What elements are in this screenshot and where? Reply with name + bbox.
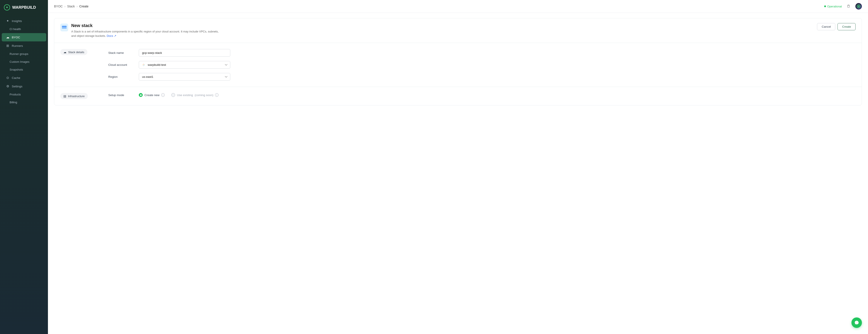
use-existing-info-icon[interactable]: i (215, 93, 219, 97)
section-label: Stack details (68, 51, 84, 54)
radio-btn-use-existing[interactable] (171, 93, 175, 97)
stack-name-label: Stack name (108, 51, 134, 55)
new-stack-card: New stack A Stack is a set of infrastruc… (54, 18, 862, 105)
infrastructure-section: ▤ Infrastructure Setup mode Create new i (54, 87, 862, 105)
card-title-content: New stack A Stack is a set of infrastruc… (71, 23, 224, 38)
avatar[interactable] (855, 3, 862, 9)
svg-rect-6 (62, 27, 66, 29)
breadcrumb-root[interactable]: BYOC (54, 5, 63, 8)
breadcrumb-current: Create (79, 5, 89, 8)
cloud-account-label: Cloud account (108, 63, 134, 66)
sidebar-item-label: Settings (12, 85, 23, 88)
radio-label-create-new: Create new (145, 93, 159, 97)
infra-label: Infrastructure (68, 95, 85, 98)
card-title-icon (60, 24, 68, 31)
region-select[interactable]: us-east1 us-west1 europe-west1 (139, 73, 230, 81)
stack-name-input[interactable] (139, 49, 230, 57)
docs-link[interactable]: Docs ↗ (107, 34, 116, 37)
infra-label-pill: ▤ Infrastructure (60, 93, 88, 99)
sidebar-item-label: Billing (9, 101, 17, 104)
setup-mode-label: Setup mode (108, 93, 134, 97)
sidebar-item-label: Runners (12, 44, 23, 48)
sidebar-item-label: Products (9, 93, 21, 96)
settings-icon: ⚙ (6, 84, 9, 88)
topbar: BYOC › Stack › Create Operational 🗒 (48, 0, 868, 13)
cloud-account-row: Cloud account warpbuild-test (108, 61, 856, 69)
document-icon[interactable]: 🗒 (845, 3, 852, 9)
status-badge: Operational (824, 5, 842, 8)
radio-btn-create-new[interactable] (139, 93, 143, 97)
region-row: Region us-east1 us-west1 europe-west1 (108, 73, 856, 81)
sidebar-item-products[interactable]: Products (2, 91, 46, 98)
sidebar-item-ci-health[interactable]: CI health (2, 25, 46, 33)
cancel-button[interactable]: Cancel (817, 23, 835, 30)
sidebar: ✦ WARPBUILD ✦ Insights CI health ☁ BYOC … (0, 0, 48, 334)
radio-label-use-existing: Use existing (177, 93, 193, 97)
create-button[interactable]: Create (837, 23, 856, 30)
cache-icon: ⊙ (6, 76, 9, 80)
radio-option-create-new[interactable]: Create new i (139, 93, 165, 97)
stack-name-row: Stack name (108, 49, 856, 57)
region-label: Region (108, 75, 134, 79)
sidebar-item-label: Insights (12, 20, 22, 23)
byoc-icon: ☁ (6, 35, 9, 39)
logo-text: WARPBUILD (12, 5, 36, 10)
breadcrumb-mid[interactable]: Stack (67, 5, 75, 8)
infra-label-col: ▤ Infrastructure (60, 93, 99, 99)
sidebar-item-label: Custom Images (9, 60, 29, 63)
main-content: BYOC › Stack › Create Operational 🗒 (48, 0, 868, 334)
page-title: New stack (71, 23, 224, 28)
stack-details-section: ☁ Stack details Stack name Cloud account (54, 43, 862, 87)
create-new-info-icon[interactable]: i (161, 93, 165, 97)
infra-icon: ▤ (63, 94, 66, 98)
sidebar-item-label: Snapshots (9, 68, 23, 71)
infra-form: Setup mode Create new i Use ex (108, 93, 856, 99)
status-dot (824, 5, 826, 7)
sidebar-item-insights[interactable]: ✦ Insights (2, 17, 46, 25)
sidebar-item-settings[interactable]: ⚙ Settings (2, 82, 46, 90)
logo[interactable]: ✦ WARPBUILD (0, 0, 48, 15)
page-description: A Stack is a set of infrastructure compo… (71, 29, 224, 38)
cloud-account-select[interactable]: warpbuild-test (139, 61, 230, 69)
cloud-icon: ☁ (63, 50, 66, 54)
page-content: New stack A Stack is a set of infrastruc… (48, 13, 868, 334)
runners-icon: ⊞ (6, 44, 9, 48)
sidebar-nav: ✦ Insights CI health ☁ BYOC ⊞ Runners Ru… (0, 15, 48, 334)
section-label-col: ☁ Stack details (60, 49, 99, 81)
section-label-pill: ☁ Stack details (60, 49, 87, 55)
chat-fab-button[interactable] (851, 317, 862, 328)
chat-icon (854, 320, 859, 325)
coming-soon-label: (coming soon) (195, 93, 214, 97)
breadcrumb-sep-2: › (76, 5, 78, 8)
breadcrumb-sep-1: › (64, 5, 66, 8)
card-header: New stack A Stack is a set of infrastruc… (54, 18, 862, 43)
sidebar-item-cache[interactable]: ⊙ Cache (2, 73, 46, 82)
setup-mode-radio-group: Create new i Use existing (coming soon) … (139, 93, 219, 97)
sidebar-item-billing[interactable]: Billing (2, 98, 46, 106)
sidebar-item-snapshots[interactable]: Snapshots (2, 66, 46, 73)
sidebar-item-label: CI health (9, 27, 21, 31)
sidebar-item-label: Runner groups (9, 52, 28, 56)
radio-option-use-existing[interactable]: Use existing (coming soon) i (171, 93, 219, 97)
sidebar-item-byoc[interactable]: ☁ BYOC (2, 33, 46, 41)
sidebar-item-custom-images[interactable]: Custom Images (2, 58, 46, 66)
avatar-snowflake-icon (857, 4, 861, 8)
card-actions: Cancel Create (817, 23, 856, 30)
stack-icon (62, 26, 67, 29)
breadcrumb: BYOC › Stack › Create (54, 5, 89, 8)
sidebar-item-runner-groups[interactable]: Runner groups (2, 50, 46, 58)
logo-icon: ✦ (4, 4, 10, 10)
insights-icon: ✦ (6, 19, 9, 23)
setup-mode-row: Setup mode Create new i Use ex (108, 93, 856, 97)
sidebar-item-label: Cache (12, 76, 20, 80)
topbar-right: Operational 🗒 (824, 3, 862, 9)
stack-details-form: Stack name Cloud account (108, 49, 856, 81)
sidebar-item-label: BYOC (12, 36, 20, 39)
sidebar-item-runners[interactable]: ⊞ Runners (2, 41, 46, 50)
svg-rect-5 (62, 26, 66, 27)
status-label: Operational (827, 5, 842, 8)
card-header-left: New stack A Stack is a set of infrastruc… (60, 23, 224, 38)
cloud-account-select-wrapper: warpbuild-test (139, 61, 230, 69)
